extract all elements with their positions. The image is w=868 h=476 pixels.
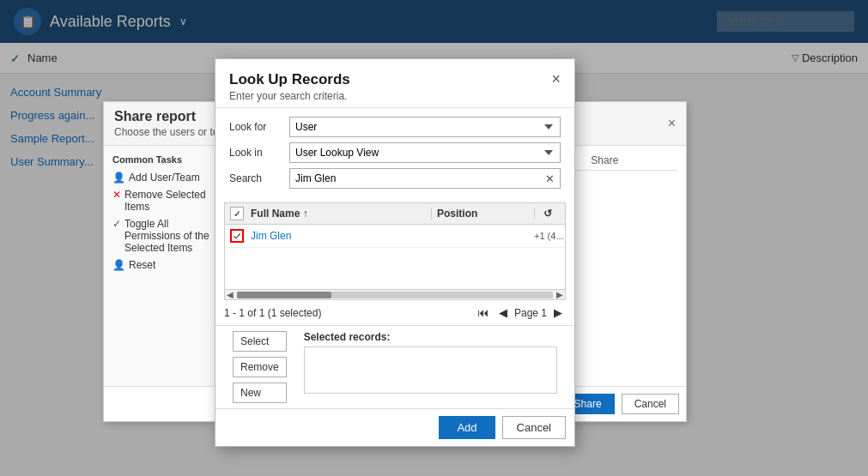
pagination-text: 1 - 1 of 1 (1 selected) — [224, 307, 321, 319]
results-empty-space — [225, 248, 565, 289]
horizontal-scrollbar[interactable]: ◀ ▶ — [224, 290, 566, 300]
common-tasks-label: Common Tasks — [112, 154, 223, 165]
lookup-form: Look for User Look in User Lookup View S… — [215, 108, 574, 202]
add-user-icon: 👤 — [112, 172, 125, 184]
bottom-section: Select Remove New Selected records: — [215, 326, 574, 408]
position-column-header: Position — [431, 208, 534, 220]
scroll-left-icon[interactable]: ◀ — [227, 290, 234, 299]
reset-task[interactable]: 👤 Reset — [112, 259, 223, 271]
pagination-bar: 1 - 1 of 1 (1 selected) ⏮ ◀ Page 1 ▶ — [215, 300, 574, 326]
clear-search-icon[interactable]: ✕ — [540, 171, 560, 187]
scroll-thumb — [237, 292, 331, 298]
full-name-column-header: Full Name ↑ — [251, 208, 431, 220]
next-page-button[interactable]: ▶ — [550, 304, 566, 321]
pagination-controls: ⏮ ◀ Page 1 ▶ — [474, 304, 566, 321]
look-for-label: Look for — [229, 121, 289, 133]
actions-column-header: ↺ — [534, 208, 560, 220]
result-phone: +1 (4... — [534, 231, 560, 241]
result-name-link[interactable]: Jim Glen — [251, 230, 431, 242]
remove-button[interactable]: Remove — [233, 357, 287, 377]
share-panel-close-button[interactable]: × — [668, 117, 676, 130]
lookup-dialog-title: Look Up Records — [229, 71, 350, 88]
prev-page-button[interactable]: ◀ — [495, 304, 511, 321]
look-in-select[interactable]: User Lookup View — [289, 142, 561, 163]
new-button[interactable]: New — [233, 383, 287, 403]
check-icon: ✓ — [112, 218, 121, 230]
add-button[interactable]: Add — [439, 416, 495, 439]
scroll-right-icon[interactable]: ▶ — [556, 290, 563, 299]
cancel-share-button[interactable]: Cancel — [622, 394, 679, 414]
first-page-button[interactable]: ⏮ — [474, 304, 492, 321]
selected-records-section: Selected records: — [295, 326, 566, 408]
results-table: ✓ Full Name ↑ Position ↺ Jim Glen +1 (4.… — [224, 202, 566, 290]
scroll-track[interactable] — [237, 292, 553, 298]
share-tasks-sidebar: Common Tasks 👤 Add User/Team ✕ Remove Se… — [104, 146, 233, 386]
row-checkbox[interactable] — [230, 229, 244, 243]
result-row: Jim Glen +1 (4... — [225, 225, 565, 248]
reset-icon: 👤 — [112, 259, 125, 271]
lookup-close-button[interactable]: × — [551, 71, 561, 87]
row-checkbox-container — [230, 229, 251, 243]
checkmark-icon — [233, 232, 241, 240]
search-row: Search ✕ — [229, 168, 561, 189]
look-in-label: Look in — [229, 147, 289, 159]
lookup-records-dialog: Look Up Records Enter your search criter… — [215, 58, 575, 447]
select-all-checkbox-header[interactable]: ✓ — [230, 207, 251, 220]
cancel-lookup-button[interactable]: Cancel — [502, 416, 566, 439]
toggle-permissions-task[interactable]: ✓ Toggle All Permissions of the Selected… — [112, 218, 223, 254]
remove-selected-task[interactable]: ✕ Remove Selected Items — [112, 189, 223, 213]
results-header-row: ✓ Full Name ↑ Position ↺ — [225, 203, 565, 225]
header-checkbox[interactable]: ✓ — [230, 207, 244, 220]
search-input-wrap: ✕ — [289, 168, 561, 189]
lookup-dialog-header: Look Up Records Enter your search criter… — [215, 59, 574, 108]
lookup-dialog-footer: Add Cancel — [215, 408, 574, 446]
search-label: Search — [229, 172, 289, 184]
refresh-icon[interactable]: ↺ — [543, 208, 552, 220]
look-for-row: Look for User — [229, 117, 561, 137]
remove-icon: ✕ — [112, 189, 121, 201]
selected-records-label: Selected records: — [304, 331, 557, 343]
action-buttons: Select Remove New — [224, 326, 295, 408]
page-label: Page 1 — [514, 307, 547, 319]
look-for-select[interactable]: User — [289, 117, 561, 137]
look-in-row: Look in User Lookup View — [229, 142, 561, 163]
search-input[interactable] — [290, 169, 540, 188]
share-panel-title: Share report — [114, 109, 227, 124]
share-panel-subtitle: Choose the users or te... — [114, 126, 227, 138]
lookup-dialog-subtitle: Enter your search criteria. — [229, 90, 350, 102]
select-button[interactable]: Select — [233, 331, 287, 352]
add-user-team-task[interactable]: 👤 Add User/Team — [112, 172, 223, 184]
selected-records-box[interactable] — [304, 346, 557, 394]
